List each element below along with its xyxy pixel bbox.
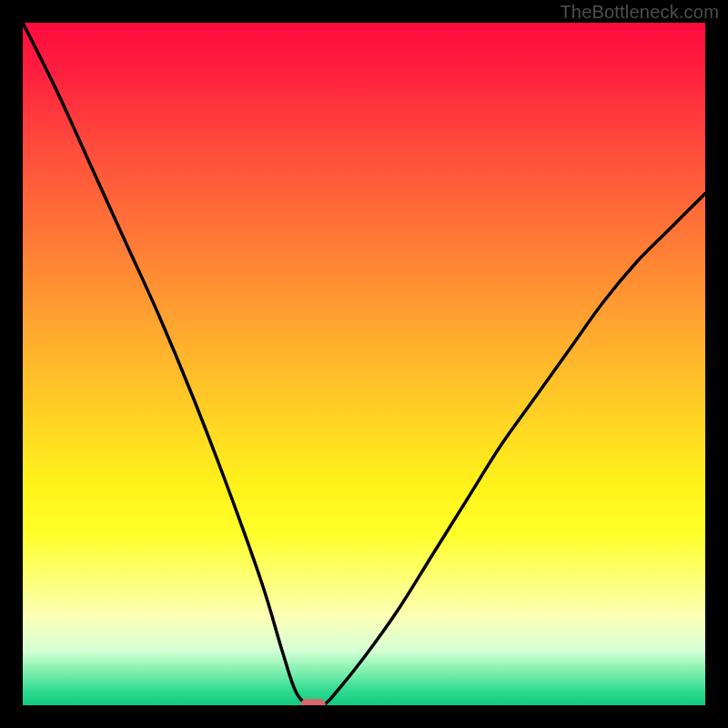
watermark-text: TheBottleneck.com <box>560 2 719 23</box>
optimum-marker <box>300 699 326 705</box>
plot-area <box>23 23 705 705</box>
chart-frame: TheBottleneck.com <box>0 0 728 728</box>
bottleneck-curve <box>23 23 705 705</box>
